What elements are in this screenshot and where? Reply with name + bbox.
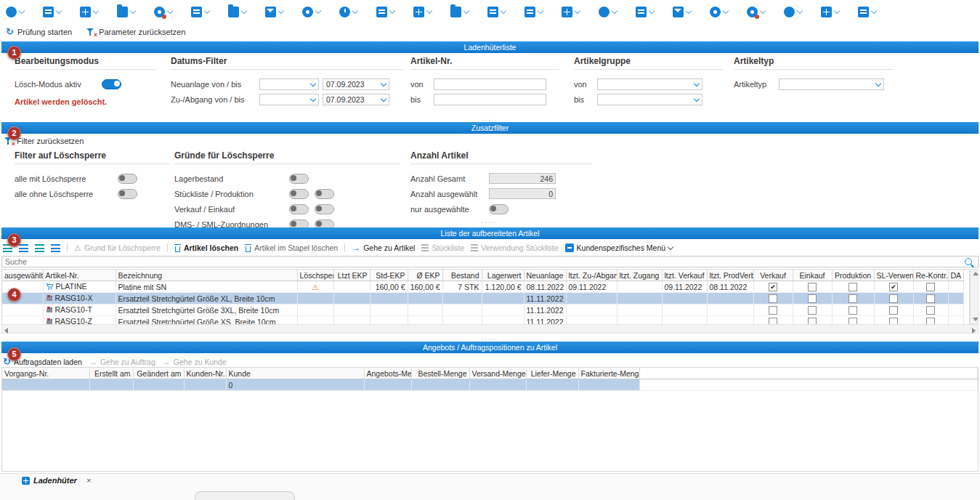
col-ltzt-ekp[interactable]: Ltzt EKP xyxy=(333,270,370,281)
gehe-zu-artikel-button[interactable]: → Gehe zu Artikel xyxy=(352,243,415,252)
col-da[interactable]: DA xyxy=(948,270,963,281)
orders-icon[interactable] xyxy=(191,7,209,17)
mit-loeschsperre-toggle[interactable] xyxy=(118,174,137,184)
start-check-button[interactable]: ↻ Prüfung starten xyxy=(6,28,72,36)
verkauf-toggle[interactable] xyxy=(289,204,309,214)
col-lagerwert[interactable]: Lagerwert xyxy=(482,270,524,281)
col-angebots-menge[interactable]: Angebots-Menge xyxy=(364,368,411,379)
verwendung-stueckliste-button[interactable]: Verwendung Stückliste xyxy=(471,243,558,252)
article-row[interactable]: PLATINE Platine mit SN ⚠ 160,00 € 160,00… xyxy=(2,281,963,293)
section-bar-auftragspositionen[interactable]: Angebots / Auftragspositionen zu Artikel xyxy=(1,342,979,353)
col-versand-menge[interactable]: Versand-Menge xyxy=(469,368,526,379)
checkbox-sl-verwendung[interactable] xyxy=(889,306,898,315)
loesch-modus-toggle[interactable] xyxy=(102,79,121,89)
settings-icon[interactable] xyxy=(154,7,172,17)
artikelnr-von-input[interactable] xyxy=(434,78,546,90)
checkbox-sl-verwendung[interactable] xyxy=(889,294,898,303)
col-loeschsperre[interactable]: Löschsperre xyxy=(297,270,333,281)
shipping-icon[interactable] xyxy=(228,7,246,17)
checkbox-verkauf[interactable]: ✔ xyxy=(769,283,777,291)
deselect-all-icon[interactable] xyxy=(51,244,60,252)
einkauf-toggle[interactable] xyxy=(315,204,334,214)
calendar-icon[interactable] xyxy=(562,7,580,17)
inbox-icon[interactable] xyxy=(376,7,394,17)
grund-loeschsperre-button[interactable]: ⚠ Grund für Löschsperre xyxy=(74,243,161,252)
article-row-selected[interactable]: RASG10-X Ersatzteil Stretchgürtel Größe … xyxy=(2,293,963,305)
col-produktion[interactable]: Produktion xyxy=(832,270,874,281)
col-vorgangsnr[interactable]: Vorgangs-Nr. xyxy=(2,368,89,379)
ohne-loeschsperre-toggle[interactable] xyxy=(118,189,137,199)
tab-ladenhueter[interactable]: Ladenhüter × xyxy=(22,476,91,485)
tools-icon[interactable] xyxy=(710,7,728,17)
stueckliste-toggle[interactable] xyxy=(289,189,309,199)
report-icon[interactable] xyxy=(450,7,469,17)
col-verkauf[interactable]: Verkauf xyxy=(753,270,793,281)
section-bar-artikelliste[interactable]: Liste der aufbereiteten Artikel xyxy=(1,227,979,239)
select-all-icon[interactable] xyxy=(35,244,44,252)
stueckliste-button[interactable]: Stückliste xyxy=(421,243,464,252)
document-icon[interactable] xyxy=(487,7,506,17)
col-re-kontr[interactable]: Re-Kontr. xyxy=(913,270,948,281)
search-icon[interactable] xyxy=(965,258,972,265)
col-std-ekp[interactable]: Std-EKP xyxy=(370,270,408,281)
checkbox-verkauf[interactable] xyxy=(769,306,777,315)
checkbox-sl-verwendung[interactable]: ✔ xyxy=(889,283,898,291)
col-einkauf[interactable]: Einkauf xyxy=(793,270,832,281)
checkbox-einkauf[interactable] xyxy=(808,283,817,291)
modules-icon[interactable] xyxy=(413,7,432,17)
clock-icon[interactable] xyxy=(339,7,357,17)
checkbox-produktion[interactable] xyxy=(849,294,857,303)
link-icon[interactable] xyxy=(302,7,320,17)
col-fakturierte-menge[interactable]: Fakturierte-Menge xyxy=(578,368,639,379)
home-icon[interactable] xyxy=(6,7,24,17)
info-icon[interactable] xyxy=(784,7,802,17)
section-bar-zusatzfilter[interactable]: Zusatzfilter xyxy=(1,122,979,134)
table-icon[interactable] xyxy=(821,7,839,17)
reset-parameters-button[interactable]: × Parameter zurücksetzen xyxy=(86,28,185,36)
stapel-loeschen-button[interactable]: Artikel im Stapel löschen xyxy=(245,243,338,252)
gehe-zu-kunde-button[interactable]: → Gehe zu Kunde xyxy=(162,358,227,366)
checkbox-produktion[interactable] xyxy=(849,306,857,315)
zuabgang-von-select[interactable] xyxy=(259,94,319,105)
col-liefer-menge[interactable]: Liefer-Menge xyxy=(526,368,578,379)
col-artikelnr[interactable]: Artikel-Nr. xyxy=(43,270,116,281)
artikel-loeschen-button[interactable]: Artikel löschen xyxy=(174,243,238,252)
col-bezeichnung[interactable]: Bezeichnung xyxy=(116,270,297,281)
checkbox-produktion[interactable] xyxy=(849,283,857,291)
section-bar-ladenhueterliste[interactable]: Ladenhüterliste xyxy=(1,41,979,53)
checkbox-re-kontr[interactable] xyxy=(926,306,935,315)
col-bestand[interactable]: Bestand xyxy=(442,270,482,281)
print-icon[interactable] xyxy=(858,7,876,17)
neuanlage-von-select[interactable] xyxy=(259,78,319,90)
checkbox-re-kontr[interactable] xyxy=(926,294,935,303)
order-row-selected[interactable]: 0 xyxy=(2,379,978,391)
collapse-handle[interactable]: ..... xyxy=(0,334,980,340)
neuanlage-bis-select[interactable]: 07.09.2023 xyxy=(323,78,389,90)
checkbox-einkauf[interactable] xyxy=(808,306,817,315)
vertical-scrollbar[interactable] xyxy=(970,269,979,324)
gehe-zu-auftrag-button[interactable]: → Gehe zu Auftrag xyxy=(89,358,155,366)
user-settings-icon[interactable] xyxy=(747,7,765,17)
artikelgruppe-bis-select[interactable] xyxy=(597,94,702,105)
col-verkauf-datum[interactable]: ltzt. Verkauf xyxy=(662,270,707,281)
horizontal-scrollbar[interactable] xyxy=(1,324,979,334)
col-neuanlage[interactable]: Neuanlage xyxy=(524,270,566,281)
artikelgruppe-von-select[interactable] xyxy=(597,78,702,90)
checkbox-re-kontr[interactable] xyxy=(926,283,935,291)
zuabgang-bis-select[interactable]: 07.09.2023 xyxy=(323,94,389,105)
message-icon[interactable] xyxy=(673,7,691,17)
col-oe-ekp[interactable]: Ø EKP xyxy=(408,270,442,281)
flag-icon[interactable] xyxy=(599,7,617,17)
mail-icon[interactable] xyxy=(265,7,283,17)
nur-ausgewaehlte-toggle[interactable] xyxy=(489,204,509,214)
col-sl-verwendung[interactable]: SL-Verwen... xyxy=(874,270,913,281)
col-zu-abgang[interactable]: ltzt. Zu-/Abgang xyxy=(566,270,617,281)
contacts-icon[interactable] xyxy=(80,7,98,17)
col-bestell-menge[interactable]: Bestell-Menge xyxy=(411,368,469,379)
col-kundennr[interactable]: Kunden-Nr. xyxy=(184,368,226,379)
collapse-handle[interactable]: ..... xyxy=(0,218,980,224)
col-ausgewaehlt[interactable]: ausgewählt xyxy=(2,270,43,281)
collapse-handle[interactable]: ..... xyxy=(0,116,980,121)
lagerbestand-toggle[interactable] xyxy=(289,174,309,184)
col-erstellt-am[interactable]: Erstellt am xyxy=(89,368,133,379)
